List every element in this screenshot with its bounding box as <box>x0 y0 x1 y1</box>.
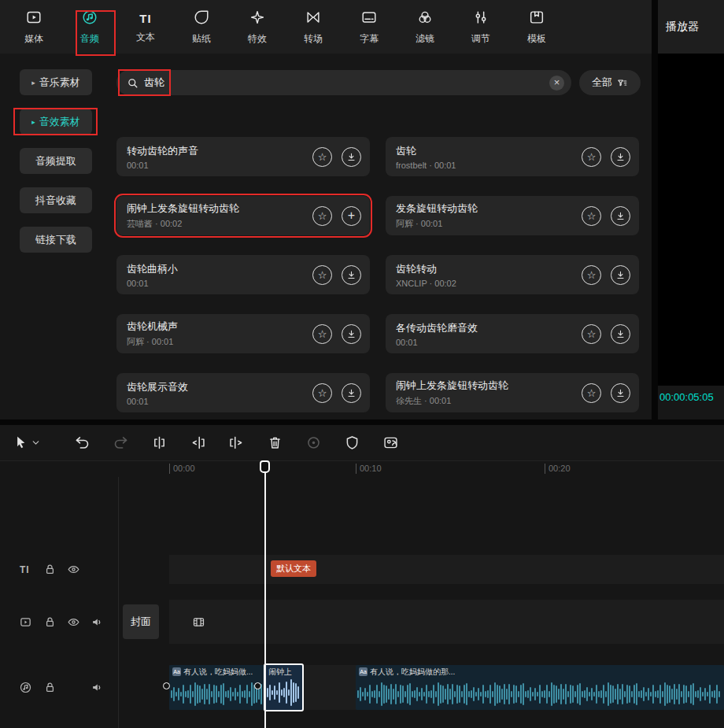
favorite-star-button[interactable]: ☆ <box>582 265 601 285</box>
freeze-frame-icon[interactable] <box>305 434 322 451</box>
favorite-star-button[interactable]: ☆ <box>312 147 332 167</box>
lock-icon[interactable] <box>43 681 57 694</box>
sidebar-item-audio-extract[interactable]: 音频提取 <box>20 148 92 174</box>
favorite-star-button[interactable]: ☆ <box>312 324 332 344</box>
clear-search-button[interactable]: × <box>549 76 564 91</box>
tab-sticker[interactable]: 贴纸 <box>181 9 222 46</box>
favorite-star-button[interactable]: ☆ <box>582 324 601 344</box>
lock-icon[interactable] <box>43 563 57 576</box>
card-actions: ☆ <box>312 265 361 285</box>
smart-matting-icon[interactable] <box>382 434 399 451</box>
download-button[interactable] <box>611 265 630 285</box>
favorite-star-button[interactable]: ☆ <box>582 206 601 226</box>
sound-title: 发条旋钮转动齿轮 <box>396 201 575 216</box>
audio-clip[interactable]: Aa 有人说，吃妈妈做的那... <box>356 665 724 710</box>
sound-result-card[interactable]: 各传动齿轮磨音效 00:01 ☆ <box>386 314 639 353</box>
sound-title: 各传动齿轮磨音效 <box>396 321 575 335</box>
player-timecode: 00:00:05:05 <box>659 391 714 403</box>
sound-result-card[interactable]: 齿轮机械声 阿辉 · 00:01 ☆ <box>116 314 370 353</box>
tab-transition[interactable]: 转场 <box>293 9 334 46</box>
speaker-icon[interactable] <box>90 615 104 629</box>
cover-button[interactable]: 封面 <box>123 604 159 639</box>
tab-text[interactable]: TI 文本 <box>125 10 166 44</box>
timeline-ruler[interactable]: 00:00 00:10 00:20 <box>118 461 724 477</box>
tab-effects[interactable]: 特效 <box>237 9 278 46</box>
favorite-star-button[interactable]: ☆ <box>312 383 332 403</box>
sidebar-item-sound-effects[interactable]: ▸ 音效素材 <box>20 109 92 135</box>
sound-info: 齿轮机械声 阿辉 · 00:01 <box>127 320 306 348</box>
clip-label-row: Aa 有人说，吃妈妈做... <box>169 665 265 677</box>
plus-icon: + <box>348 209 355 222</box>
sound-result-card[interactable]: 齿轮转动 XNCLIP · 00:02 ☆ <box>386 255 639 294</box>
undo-icon[interactable] <box>74 434 90 451</box>
sound-result-card[interactable]: 齿轮曲柄小 00:01 ☆ <box>116 255 370 294</box>
tab-label: 特效 <box>248 32 267 46</box>
favorite-star-button[interactable]: ☆ <box>582 147 601 167</box>
audio-icon <box>81 9 98 29</box>
add-to-timeline-button[interactable]: + <box>342 206 361 226</box>
search-input[interactable]: 齿轮 × <box>116 70 571 95</box>
sound-result-card[interactable]: 闹钟上发条旋钮转动齿轮 徐先生 · 00:01 ☆ <box>386 373 639 412</box>
sidebar-item-music[interactable]: ▸ 音乐素材 <box>20 69 92 95</box>
timeline-toolbar <box>0 425 724 461</box>
tab-audio[interactable]: 音频 <box>69 9 110 46</box>
sound-result-card[interactable]: 齿轮展示音效 00:01 ☆ <box>116 373 370 412</box>
sound-result-card[interactable]: 齿轮 frostbelt · 00:01 ☆ <box>386 137 639 176</box>
sidebar-item-douyin-favorites[interactable]: 抖音收藏 <box>20 187 92 213</box>
sound-subtitle: 徐先生 · 00:01 <box>396 395 575 407</box>
sound-result-card-selected[interactable]: 闹钟上发条旋钮转动齿轮 芸喵酱 · 00:02 ☆ + <box>116 196 370 235</box>
star-icon: ☆ <box>587 328 597 340</box>
favorite-star-button[interactable]: ☆ <box>312 265 332 285</box>
audio-clip-selected[interactable]: 闹钟上 <box>264 663 304 711</box>
redo-icon[interactable] <box>113 434 129 451</box>
delete-right-icon[interactable] <box>228 434 245 451</box>
sidebar-item-link-download[interactable]: 链接下载 <box>20 227 92 253</box>
audio-clip[interactable]: Aa 有人说，吃妈妈做... <box>169 665 265 710</box>
tab-media[interactable]: 媒体 <box>13 9 54 46</box>
tab-label: 音频 <box>80 32 99 46</box>
download-icon <box>346 152 356 162</box>
eye-icon[interactable] <box>67 615 80 629</box>
sound-result-card[interactable]: 转动齿轮的声音 00:01 ☆ <box>116 137 370 176</box>
download-button[interactable] <box>342 265 361 285</box>
download-button[interactable] <box>342 383 361 403</box>
download-button[interactable] <box>342 147 361 167</box>
audio-sidebar: ▸ 音乐素材 ▸ 音效素材 音频提取 抖音收藏 链接下载 <box>20 69 98 266</box>
sidebar-item-label: 链接下载 <box>35 233 76 247</box>
sound-result-card[interactable]: 发条旋钮转动齿轮 阿辉 · 00:01 ☆ <box>386 196 639 235</box>
playhead-line[interactable] <box>264 460 266 728</box>
download-button[interactable] <box>611 147 630 167</box>
tab-templates[interactable]: 模板 <box>516 9 557 46</box>
favorite-star-button[interactable]: ☆ <box>312 206 332 226</box>
sound-title: 闹钟上发条旋钮转动齿轮 <box>127 201 306 216</box>
search-icon <box>126 76 139 90</box>
card-actions: ☆ <box>582 265 630 285</box>
eye-icon[interactable] <box>67 563 80 576</box>
download-button[interactable] <box>342 324 361 344</box>
tab-adjust[interactable]: 调节 <box>460 9 501 46</box>
shield-icon[interactable] <box>344 434 360 451</box>
filter-dropdown[interactable]: 全部 <box>579 70 641 95</box>
favorite-star-button[interactable]: ☆ <box>582 383 601 403</box>
clip-label-row: Aa 有人说，吃妈妈做的那... <box>356 665 724 677</box>
split-icon[interactable] <box>151 434 168 451</box>
tab-label: 滤镜 <box>416 32 434 46</box>
download-button[interactable] <box>611 206 630 226</box>
sidebar-item-label: 音乐素材 <box>39 76 80 90</box>
download-icon <box>615 211 626 221</box>
select-tool-button[interactable] <box>13 434 41 451</box>
text-clip[interactable]: 默认文本 <box>271 560 316 577</box>
delete-left-icon[interactable] <box>190 434 206 451</box>
tab-subtitles[interactable]: 字幕 <box>349 9 390 46</box>
trim-handle-left[interactable] <box>163 682 170 689</box>
subtitles-icon <box>360 9 378 29</box>
speaker-icon[interactable] <box>90 681 104 694</box>
tab-filters[interactable]: 滤镜 <box>404 9 445 46</box>
playhead-handle[interactable] <box>260 460 270 473</box>
trim-handle-right[interactable] <box>254 682 261 689</box>
delete-icon[interactable] <box>267 434 283 451</box>
download-button[interactable] <box>611 324 630 344</box>
tab-label: 媒体 <box>24 32 43 46</box>
download-button[interactable] <box>611 383 630 403</box>
lock-icon[interactable] <box>43 615 57 629</box>
